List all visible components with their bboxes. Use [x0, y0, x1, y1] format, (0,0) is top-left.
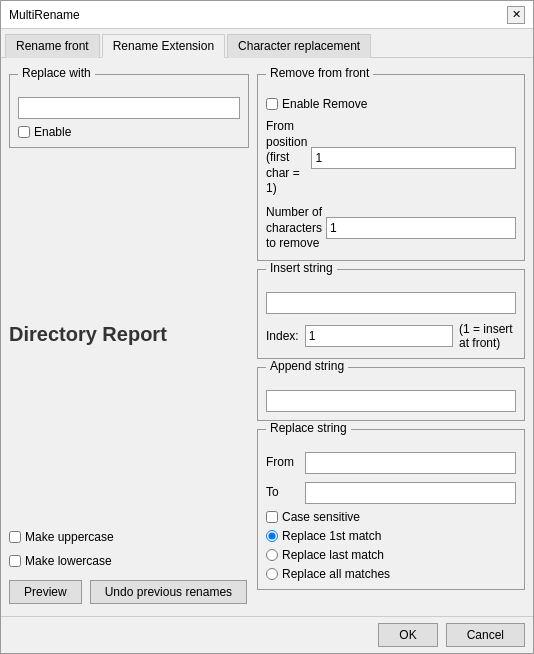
case-sensitive-label: Case sensitive — [282, 510, 360, 524]
tab-rename-extension[interactable]: Rename Extension — [102, 34, 225, 58]
replace-all-label: Replace all matches — [282, 567, 390, 581]
insert-string-input[interactable] — [266, 292, 516, 314]
remove-from-front-group: Remove from front Enable Remove From pos… — [257, 74, 525, 261]
ok-button[interactable]: OK — [378, 623, 437, 647]
replace-1st-label: Replace 1st match — [282, 529, 381, 543]
index-input[interactable] — [305, 325, 453, 347]
replace-with-group: Replace with Enable — [9, 74, 249, 148]
case-sensitive-checkbox[interactable] — [266, 511, 278, 523]
action-buttons: Preview Undo previous renames — [9, 580, 249, 604]
append-string-input[interactable] — [266, 390, 516, 412]
uppercase-checkbox[interactable] — [9, 531, 21, 543]
index-hint: (1 = insert at front) — [459, 322, 516, 350]
from-label: From — [266, 455, 301, 471]
uppercase-label: Make uppercase — [25, 530, 114, 544]
from-position-input[interactable] — [311, 147, 516, 169]
lowercase-checkbox[interactable] — [9, 555, 21, 567]
replace-from-input[interactable] — [305, 452, 516, 474]
replace-with-input[interactable] — [18, 97, 240, 119]
insert-string-group: Insert string Index: (1 = insert at fron… — [257, 269, 525, 359]
from-position-label: From position (first char = 1) — [266, 119, 307, 197]
main-content: Replace with Enable Directory Report Mak… — [1, 58, 533, 616]
directory-report-area: Directory Report — [9, 156, 249, 512]
index-label: Index: — [266, 329, 299, 343]
replace-1st-radio[interactable] — [266, 530, 278, 542]
replace-last-label: Replace last match — [282, 548, 384, 562]
close-button[interactable]: ✕ — [507, 6, 525, 24]
tab-bar: Rename front Rename Extension Character … — [1, 29, 533, 58]
right-panel: Remove from front Enable Remove From pos… — [257, 66, 525, 608]
bottom-checkboxes: Make uppercase Make lowercase — [9, 520, 249, 572]
cancel-button[interactable]: Cancel — [446, 623, 525, 647]
enable-label: Enable — [34, 125, 71, 139]
replace-to-input[interactable] — [305, 482, 516, 504]
enable-remove-label: Enable Remove — [282, 97, 367, 111]
replace-with-label: Replace with — [18, 66, 95, 80]
undo-button[interactable]: Undo previous renames — [90, 580, 247, 604]
remove-from-front-label: Remove from front — [266, 66, 373, 80]
main-window: MultiRename ✕ Rename front Rename Extens… — [0, 0, 534, 654]
replace-last-radio[interactable] — [266, 549, 278, 561]
enable-checkbox[interactable] — [18, 126, 30, 138]
num-chars-input[interactable] — [326, 217, 516, 239]
replace-string-group: Replace string From To Case sensitive — [257, 429, 525, 590]
tab-character-replacement[interactable]: Character replacement — [227, 34, 371, 58]
directory-report-text: Directory Report — [9, 323, 167, 346]
append-string-label: Append string — [266, 359, 348, 373]
title-bar: MultiRename ✕ — [1, 1, 533, 29]
enable-remove-checkbox[interactable] — [266, 98, 278, 110]
num-chars-label: Number of characters to remove — [266, 205, 322, 252]
lowercase-label: Make lowercase — [25, 554, 112, 568]
tab-rename-front[interactable]: Rename front — [5, 34, 100, 58]
append-string-group: Append string — [257, 367, 525, 421]
insert-string-label: Insert string — [266, 261, 337, 275]
replace-string-label: Replace string — [266, 421, 351, 435]
preview-button[interactable]: Preview — [9, 580, 82, 604]
left-panel: Replace with Enable Directory Report Mak… — [9, 66, 249, 608]
replace-all-radio[interactable] — [266, 568, 278, 580]
to-label: To — [266, 485, 301, 501]
window-title: MultiRename — [9, 8, 80, 22]
ok-cancel-bar: OK Cancel — [1, 616, 533, 653]
